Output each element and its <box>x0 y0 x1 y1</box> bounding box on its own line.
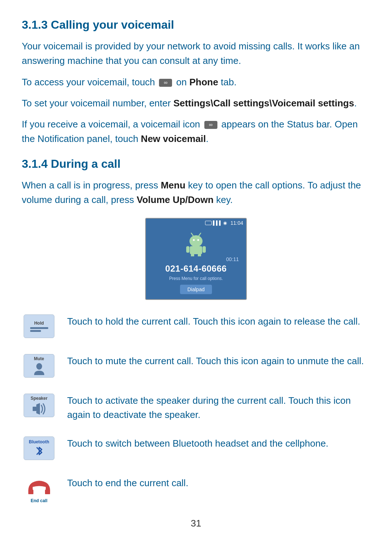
bluetooth-row: Bluetooth Touch to switch between Blueto… <box>22 436 370 462</box>
phone-status-bar: ▌▌▌ ◉ 11:04 <box>146 219 246 227</box>
svg-rect-13 <box>28 489 33 494</box>
voicemail-icon <box>159 79 172 87</box>
speaker-icon-label: Speaker <box>30 396 48 401</box>
voicemail-icon-2 <box>204 121 217 129</box>
section-3-1-4-title: 3.1.4 During a call <box>22 157 370 171</box>
end-call-icon-box: End call <box>22 476 56 503</box>
new-voicemail-label: New voicemail <box>141 133 206 144</box>
para-voicemail-settings: To set your voicemail number, enter Sett… <box>22 96 370 110</box>
end-call-label: End call <box>30 498 47 503</box>
phone-body: 00:11 021-614-60666 Press Menu for call … <box>146 227 246 299</box>
svg-rect-14 <box>45 489 50 494</box>
during-call-prefix: When a call is in progress, press <box>22 180 161 191</box>
svg-line-4 <box>199 233 201 236</box>
access-suffix: on <box>176 77 189 88</box>
during-call-end: key. <box>213 194 233 205</box>
hold-icon-box: Hold <box>22 314 56 340</box>
svg-point-0 <box>189 235 203 247</box>
svg-rect-9 <box>198 253 201 256</box>
mute-button[interactable]: Mute <box>24 354 54 378</box>
access-end: tab. <box>218 77 237 88</box>
android-avatar <box>183 231 209 256</box>
svg-line-3 <box>191 233 193 236</box>
para-voicemail-access: To access your voicemail, touch on Phone… <box>22 75 370 89</box>
bluetooth-icon-label: Bluetooth <box>29 439 49 444</box>
settings-path: Settings\Call settings\Voicemail setting… <box>173 98 354 109</box>
svg-rect-5 <box>190 246 202 254</box>
svg-rect-11 <box>33 407 36 411</box>
volume-key-label: Volume Up/Down <box>136 194 213 205</box>
settings-end: . <box>354 98 357 109</box>
phone-screen: ▌▌▌ ◉ 11:04 <box>145 218 247 300</box>
para-voicemail-receive: If you receive a voicemail, a voicemail … <box>22 117 370 146</box>
status-icons: ▌▌▌ ◉ <box>205 220 227 225</box>
hold-line-2 <box>30 330 41 332</box>
phone-screen-wrapper: ▌▌▌ ◉ 11:04 <box>22 218 370 300</box>
svg-point-1 <box>193 239 195 241</box>
mute-person-icon <box>32 363 46 376</box>
call-timer: 00:11 <box>226 256 242 262</box>
section-3-1-3-title: 3.1.3 Calling your voicemail <box>22 18 370 32</box>
phone-tab-label: Phone <box>189 77 218 88</box>
bluetooth-button[interactable]: Bluetooth <box>24 436 54 460</box>
access-prefix: To access your voicemail, touch <box>22 77 155 88</box>
mute-description: Touch to mute the current call. Touch th… <box>67 354 370 368</box>
wifi-icon: ◉ <box>223 220 227 225</box>
svg-rect-7 <box>203 246 206 253</box>
dialpad-button[interactable]: Dialpad <box>180 285 212 294</box>
hold-icon-lines <box>30 327 48 332</box>
speaker-description: Touch to activate the speaker during the… <box>67 394 370 422</box>
para-during-call: When a call is in progress, press Menu k… <box>22 178 370 207</box>
hold-line-1 <box>30 327 48 329</box>
mute-icon-box: Mute <box>22 354 56 379</box>
receive-end: . <box>206 133 208 144</box>
svg-marker-12 <box>36 403 40 415</box>
mute-icon-label: Mute <box>34 356 44 361</box>
end-call-description: Touch to end the current call. <box>67 476 370 490</box>
end-call-icon <box>24 476 54 496</box>
signal-bars: ▌▌▌ <box>213 220 222 225</box>
phone-time: 11:04 <box>230 220 243 226</box>
speaker-wave-icon <box>31 402 47 415</box>
speaker-row: Speaker Touch to activate the speaker du… <box>22 394 370 422</box>
end-call-phone-icon <box>25 478 54 494</box>
end-call-row: End call Touch to end the current call. <box>22 476 370 503</box>
para-voicemail-intro: Your voicemail is provided by your netwo… <box>22 39 370 68</box>
svg-rect-8 <box>191 253 194 256</box>
hold-icon-label: Hold <box>34 321 44 326</box>
svg-point-2 <box>197 239 199 241</box>
bluetooth-icon-box: Bluetooth <box>22 436 56 462</box>
speaker-icon-box: Speaker <box>22 394 56 419</box>
phone-number-display: 021-614-60666 <box>165 264 226 274</box>
hold-row: Hold Touch to hold the current call. Tou… <box>22 314 370 340</box>
settings-prefix: To set your voicemail number, enter <box>22 98 173 109</box>
signal-icon <box>205 221 212 225</box>
bluetooth-description: Touch to switch between Bluetooth headse… <box>67 436 370 451</box>
svg-point-10 <box>36 363 42 370</box>
page-number: 31 <box>22 518 370 529</box>
bluetooth-symbol <box>34 444 45 458</box>
hold-description: Touch to hold the current call. Touch th… <box>67 314 370 329</box>
menu-key-label: Menu <box>161 180 185 191</box>
speaker-button[interactable]: Speaker <box>24 394 54 417</box>
svg-rect-6 <box>186 246 189 253</box>
call-instruction: Press Menu for call options. <box>169 276 223 281</box>
receive-prefix: If you receive a voicemail, a voicemail … <box>22 119 200 130</box>
hold-button[interactable]: Hold <box>24 314 54 338</box>
mute-row: Mute Touch to mute the current call. Tou… <box>22 354 370 379</box>
